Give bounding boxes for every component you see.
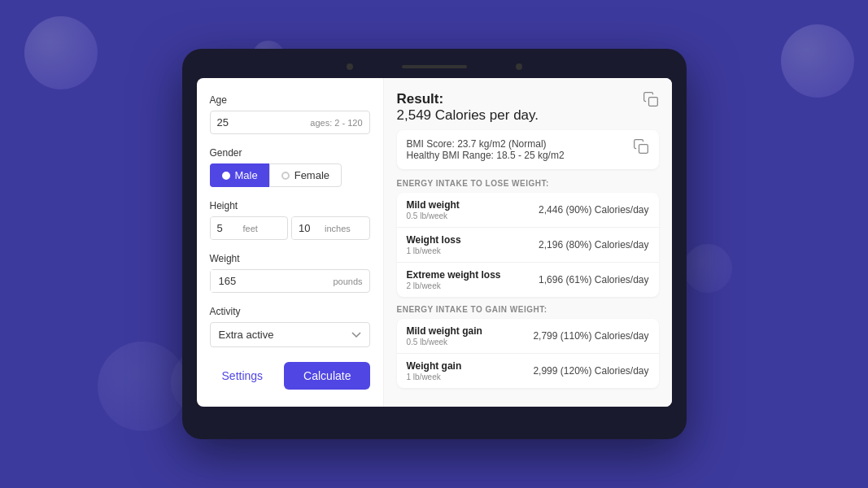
gender-label: Gender: [210, 147, 370, 159]
bmi-copy-icon[interactable]: [633, 138, 649, 155]
gain-weight-header: ENERGY INTAKE TO GAIN WEIGHT:: [397, 305, 659, 314]
height-row: feet inches: [210, 216, 370, 240]
age-input-wrap: ages: 2 - 120: [210, 111, 370, 134]
speaker-bar: [402, 65, 467, 68]
tablet-frame: Age ages: 2 - 120 Gender Male Female: [182, 49, 687, 439]
calories-value: 2,549 Calories per day.: [397, 107, 539, 124]
lose-weight-header: ENERGY INTAKE TO LOSE WEIGHT:: [397, 179, 659, 188]
weight-input[interactable]: [211, 270, 334, 292]
tablet-top-bar: [197, 63, 672, 70]
button-row: Settings Calculate: [210, 362, 370, 390]
sphere-6: [683, 244, 732, 293]
lose-label-1: Mild weight 0.5 lb/week: [407, 199, 460, 220]
gain-value-1: 2,799 (110%) Calories/day: [533, 330, 648, 342]
activity-label: Activity: [210, 306, 370, 317]
calculate-button[interactable]: Calculate: [284, 362, 370, 390]
lose-row-3: Extreme weight loss 2 lb/week 1,696 (61%…: [397, 263, 659, 297]
lose-row-2: Weight loss 1 lb/week 2,196 (80%) Calori…: [397, 228, 659, 263]
age-hint: ages: 2 - 120: [310, 118, 362, 128]
bmi-card: BMI Score: 23.7 kg/m2 (Normal) Healthy B…: [397, 130, 659, 169]
height-feet-group: feet: [210, 216, 289, 240]
right-panel: Result: 2,549 Calories per day. BMI Scor…: [384, 78, 672, 407]
age-label: Age: [210, 94, 370, 106]
weight-input-group: pounds: [210, 269, 370, 293]
left-panel: Age ages: 2 - 120 Gender Male Female: [197, 78, 384, 407]
height-group: Height feet inches: [210, 200, 370, 240]
weight-label: Weight: [210, 253, 370, 264]
lose-value-2: 2,196 (80%) Calories/day: [539, 239, 648, 251]
sphere-1: [24, 16, 98, 89]
age-input[interactable]: [217, 111, 266, 133]
sphere-5: [781, 24, 854, 98]
result-title: Result:: [397, 91, 539, 107]
gain-row-1: Mild weight gain 0.5 lb/week 2,799 (110%…: [397, 319, 659, 354]
lose-label-2: Weight loss 1 lb/week: [407, 234, 461, 255]
svg-rect-1: [639, 145, 648, 154]
age-group: Age ages: 2 - 120: [210, 94, 370, 134]
svg-rect-0: [648, 98, 657, 107]
copy-icon[interactable]: [643, 91, 659, 107]
lose-value-1: 2,446 (90%) Calories/day: [539, 204, 648, 216]
weight-unit-label: pounds: [333, 277, 369, 286]
gender-row: Male Female: [210, 163, 370, 187]
settings-button[interactable]: Settings: [209, 363, 277, 389]
lose-value-3: 1,696 (61%) Calories/day: [539, 274, 648, 285]
height-label: Height: [210, 200, 370, 211]
radio-male-dot: [222, 172, 230, 180]
tablet-screen: Age ages: 2 - 120 Gender Male Female: [197, 78, 672, 407]
feet-unit-label: feet: [243, 224, 263, 233]
height-inches-group: inches: [291, 216, 370, 240]
gender-female-option[interactable]: Female: [269, 163, 342, 187]
gender-group: Gender Male Female: [210, 147, 370, 187]
lose-label-3: Extreme weight loss 2 lb/week: [407, 269, 501, 290]
camera-dot: [347, 63, 353, 70]
gender-male-label: Male: [235, 169, 258, 181]
inches-unit-label: inches: [325, 224, 355, 233]
bmi-range: Healthy BMI Range: 18.5 - 25 kg/m2: [407, 150, 565, 161]
sphere-3: [98, 342, 187, 431]
height-feet-input[interactable]: [211, 217, 243, 239]
bmi-text-block: BMI Score: 23.7 kg/m2 (Normal) Healthy B…: [407, 138, 565, 161]
activity-select[interactable]: Sedentary Lightly active Moderately acti…: [210, 322, 370, 347]
gain-row-2: Weight gain 1 lb/week 2,999 (120%) Calor…: [397, 354, 659, 388]
gain-value-2: 2,999 (120%) Calories/day: [533, 365, 648, 377]
weight-group: Weight pounds: [210, 253, 370, 293]
gain-label-2: Weight gain 1 lb/week: [407, 360, 462, 381]
camera-dot-right: [516, 63, 522, 70]
gain-weight-card: Mild weight gain 0.5 lb/week 2,799 (110%…: [397, 319, 659, 388]
height-inches-input[interactable]: [292, 217, 325, 239]
lose-row-1: Mild weight 0.5 lb/week 2,446 (90%) Calo…: [397, 193, 659, 228]
result-block: Result: 2,549 Calories per day.: [397, 91, 539, 124]
gain-label-1: Mild weight gain 0.5 lb/week: [407, 325, 482, 346]
activity-group: Activity Sedentary Lightly active Modera…: [210, 306, 370, 347]
gender-male-option[interactable]: Male: [210, 163, 269, 187]
result-header: Result: 2,549 Calories per day.: [397, 91, 659, 124]
gender-female-label: Female: [294, 169, 329, 181]
lose-weight-card: Mild weight 0.5 lb/week 2,446 (90%) Calo…: [397, 193, 659, 297]
bmi-score: BMI Score: 23.7 kg/m2 (Normal): [407, 138, 565, 150]
radio-female-dot: [281, 172, 290, 180]
